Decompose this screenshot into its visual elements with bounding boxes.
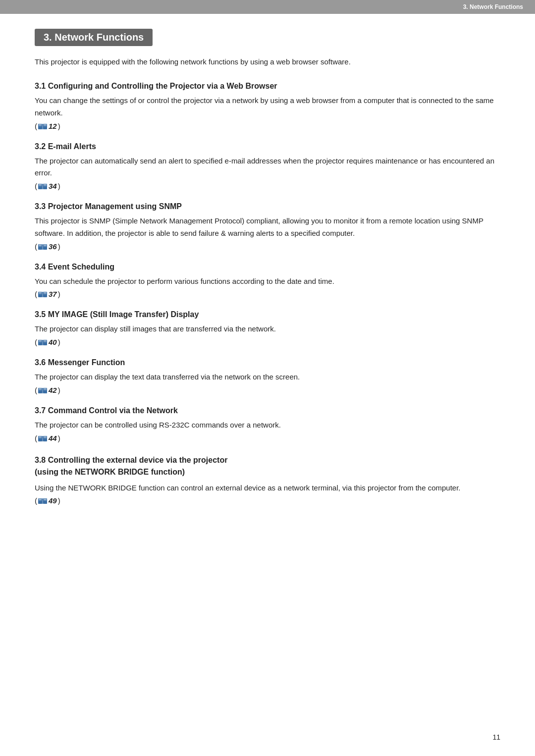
svg-rect-17 <box>39 245 42 246</box>
chapter-heading-box: 3. Network Functions <box>35 29 153 46</box>
section-3-3-ref-num: 36 <box>49 242 57 251</box>
section-3-3-body: This projector is SNMP (Simple Network M… <box>35 215 500 240</box>
section-3-1-body: You can change the settings of or contro… <box>35 95 500 119</box>
section-3-8-ref-num: 49 <box>49 496 57 505</box>
book-icon-3-1 <box>38 123 47 129</box>
svg-rect-47 <box>44 436 47 437</box>
book-icon-3-3 <box>38 243 47 250</box>
svg-rect-54 <box>44 499 47 500</box>
section-3-1-ref: ( 12) <box>35 122 60 130</box>
book-icon-3-6 <box>38 387 47 393</box>
svg-rect-3 <box>39 124 42 125</box>
chapter-title: 3. Network Functions <box>44 32 144 43</box>
svg-rect-45 <box>39 436 42 437</box>
section-3-6-ref: ( 42) <box>35 386 60 394</box>
book-icon-3-5 <box>38 339 47 345</box>
section-3-2-ref-num: 34 <box>49 182 57 190</box>
section-3-7-ref: ( 44) <box>35 434 60 442</box>
page-number: 11 <box>492 733 500 741</box>
header-bar: 3. Network Functions <box>0 0 535 14</box>
svg-rect-39 <box>39 389 42 390</box>
svg-rect-48 <box>44 437 47 438</box>
book-icon-3-7 <box>38 435 47 441</box>
section-3-4-title: 3.4 Event Scheduling <box>35 263 500 271</box>
section-3-5: 3.5 MY IMAGE (Still Image Transfer) Disp… <box>35 310 500 346</box>
section-3-7-title: 3.7 Command Control via the Network <box>35 406 500 415</box>
section-3-3: 3.3 Projector Management using SNMP This… <box>35 202 500 251</box>
svg-rect-32 <box>39 342 42 342</box>
svg-rect-55 <box>44 500 47 501</box>
svg-rect-38 <box>39 388 42 389</box>
svg-rect-10 <box>39 184 42 185</box>
section-3-2-ref: ( 34) <box>35 182 60 190</box>
section-3-7: 3.7 Command Control via the Network The … <box>35 406 500 442</box>
svg-rect-46 <box>39 437 42 438</box>
svg-rect-26 <box>44 292 47 293</box>
header-bar-text: 3. Network Functions <box>463 3 523 10</box>
page-content: 3. Network Functions This projector is e… <box>0 14 535 546</box>
section-3-6-ref-num: 42 <box>49 386 57 394</box>
svg-rect-5 <box>44 124 47 125</box>
svg-rect-25 <box>39 294 42 294</box>
section-3-2: 3.2 E-mail Alerts The projector can auto… <box>35 142 500 191</box>
svg-rect-4 <box>39 125 42 126</box>
section-3-8: 3.8 Controlling the external device via … <box>35 454 500 505</box>
section-3-2-title: 3.2 E-mail Alerts <box>35 142 500 151</box>
section-3-1-ref-num: 12 <box>49 122 57 130</box>
svg-rect-24 <box>39 292 42 293</box>
book-icon-3-4 <box>38 291 47 297</box>
intro-text: This projector is equipped with the foll… <box>35 56 500 68</box>
section-3-6: 3.6 Messenger Function The projector can… <box>35 358 500 394</box>
section-3-1: 3.1 Configuring and Controlling the Proj… <box>35 82 500 130</box>
svg-rect-33 <box>44 340 47 341</box>
section-3-3-ref: ( 36) <box>35 242 60 251</box>
section-3-3-title: 3.3 Projector Management using SNMP <box>35 202 500 211</box>
section-3-5-ref-num: 40 <box>49 338 57 346</box>
svg-rect-6 <box>44 125 47 126</box>
svg-rect-31 <box>39 340 42 341</box>
svg-rect-53 <box>39 500 42 501</box>
svg-rect-41 <box>44 389 47 390</box>
svg-rect-52 <box>39 499 42 500</box>
section-3-6-body: The projector can display the text data … <box>35 371 500 383</box>
section-3-5-title: 3.5 MY IMAGE (Still Image Transfer) Disp… <box>35 310 500 319</box>
section-3-6-title: 3.6 Messenger Function <box>35 358 500 367</box>
section-3-7-body: The projector can be controlled using RS… <box>35 419 500 432</box>
svg-rect-12 <box>44 184 47 185</box>
section-3-7-ref-num: 44 <box>49 434 57 442</box>
svg-rect-13 <box>44 186 47 186</box>
svg-rect-40 <box>44 388 47 389</box>
svg-rect-34 <box>44 342 47 342</box>
section-3-8-title: 3.8 Controlling the external device via … <box>35 454 500 478</box>
section-3-1-title: 3.1 Configuring and Controlling the Proj… <box>35 82 500 91</box>
section-3-4: 3.4 Event Scheduling You can schedule th… <box>35 263 500 299</box>
svg-rect-20 <box>44 246 47 246</box>
section-3-2-body: The projector can automatically send an … <box>35 155 500 180</box>
section-3-4-ref-num: 37 <box>49 290 57 298</box>
section-3-5-body: The projector can display still images t… <box>35 323 500 335</box>
svg-rect-19 <box>44 245 47 246</box>
section-3-5-ref: ( 40) <box>35 338 60 346</box>
book-icon-3-8 <box>38 497 47 504</box>
section-3-8-body: Using the NETWORK BRIDGE function can co… <box>35 482 500 494</box>
svg-rect-11 <box>39 186 42 186</box>
svg-rect-18 <box>39 246 42 246</box>
book-icon-3-2 <box>38 183 47 189</box>
section-3-4-body: You can schedule the projector to perfor… <box>35 275 500 288</box>
section-3-4-ref: ( 37) <box>35 290 60 298</box>
section-3-8-ref: ( 49) <box>35 496 60 505</box>
svg-rect-27 <box>44 294 47 294</box>
